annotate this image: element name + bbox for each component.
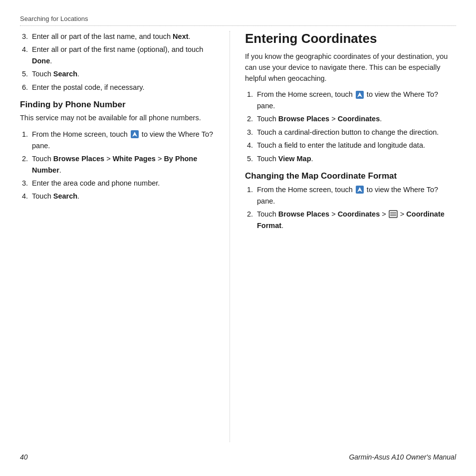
list-item: Touch Browse Places > Coordinates > > Co… bbox=[255, 209, 456, 231]
phone-steps-list: From the Home screen, touch to view the … bbox=[20, 129, 215, 202]
list-item: From the Home screen, touch to view the … bbox=[30, 129, 215, 151]
coord-format-steps-list: From the Home screen, touch to view the … bbox=[245, 184, 456, 231]
list-item: From the Home screen, touch to view the … bbox=[255, 184, 456, 207]
where-to-icon bbox=[130, 130, 139, 139]
page-container: Searching for Locations Enter all or par… bbox=[0, 0, 476, 476]
page-number: 40 bbox=[20, 453, 28, 461]
two-column-layout: Enter all or part of the last name, and … bbox=[20, 31, 456, 442]
right-intro: If you know the geographic coordinates o… bbox=[245, 51, 456, 84]
list-item: Touch View Map. bbox=[255, 153, 456, 164]
where-to-icon-3 bbox=[355, 185, 364, 194]
top-steps-list: Enter all or part of the last name, and … bbox=[20, 31, 215, 93]
main-heading: Entering Coordinates bbox=[245, 31, 456, 46]
list-item: Touch Search. bbox=[30, 68, 215, 79]
section2-title: Changing the Map Coordinate Format bbox=[245, 171, 456, 181]
list-item: Enter all or part of the first name (opt… bbox=[30, 44, 215, 66]
manual-title: Garmin-Asus A10 Owner's Manual bbox=[349, 453, 456, 461]
breadcrumb: Searching for Locations bbox=[20, 15, 456, 26]
phone-section-intro: This service may not be available for al… bbox=[20, 113, 215, 124]
list-item: Touch a cardinal-direction button to cha… bbox=[255, 127, 456, 138]
list-item: Touch Browse Places > White Pages > By P… bbox=[30, 153, 215, 176]
where-to-icon-2 bbox=[355, 90, 364, 99]
menu-icon bbox=[389, 210, 398, 218]
list-item: Touch Browse Places > Coordinates. bbox=[255, 113, 456, 124]
coordinates-steps-list: From the Home screen, touch to view the … bbox=[245, 89, 456, 164]
list-item: Touch Search. bbox=[30, 191, 215, 202]
list-item: Enter all or part of the last name, and … bbox=[30, 31, 215, 42]
list-item: Enter the postal code, if necessary. bbox=[30, 82, 215, 93]
left-column: Enter all or part of the last name, and … bbox=[20, 31, 215, 442]
list-item: Enter the area code and phone number. bbox=[30, 178, 215, 189]
right-column: Entering Coordinates If you know the geo… bbox=[230, 31, 456, 442]
list-item: Touch a field to enter the latitude and … bbox=[255, 140, 456, 151]
page-footer: 40 Garmin-Asus A10 Owner's Manual bbox=[20, 450, 456, 461]
list-item: From the Home screen, touch to view the … bbox=[255, 89, 456, 111]
phone-section-title: Finding by Phone Number bbox=[20, 100, 215, 110]
